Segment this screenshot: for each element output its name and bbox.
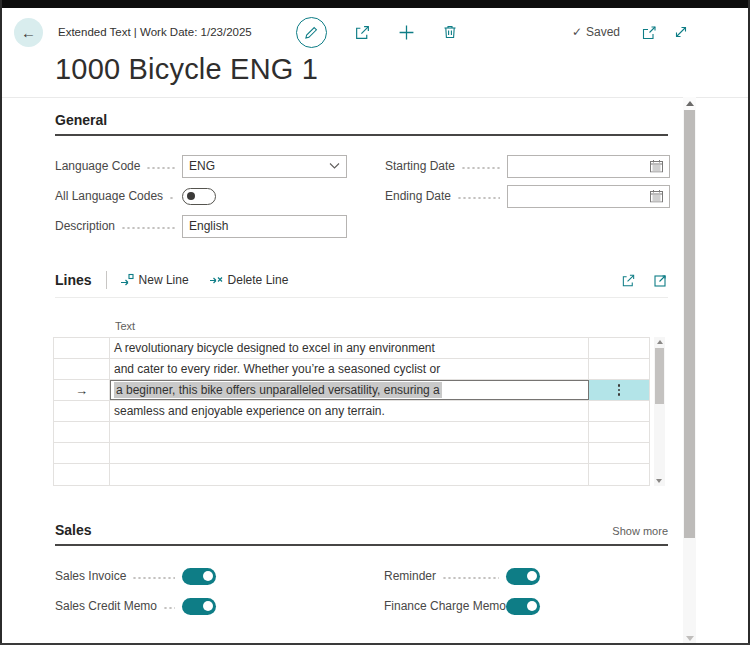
page-scroll-up-button[interactable] (683, 97, 696, 110)
general-section-title: General (55, 112, 107, 128)
lines-open-in-window-button[interactable] (653, 273, 668, 288)
dotted-leader (169, 193, 175, 203)
starting-date-input-wrap (507, 155, 670, 178)
language-code-combobox[interactable]: ENG (182, 155, 347, 178)
delete-line-label: Delete Line (228, 273, 289, 287)
page-scrollbar-thumb[interactable] (684, 110, 695, 538)
scroll-down-icon[interactable] (656, 479, 662, 483)
table-row[interactable] (54, 422, 649, 443)
text-cell[interactable]: and cater to every rider. Whether you’re… (110, 359, 589, 379)
window-frame-top (0, 0, 750, 8)
lines-toolbar: Lines New Line Delete Line (55, 268, 668, 292)
text-cell[interactable] (110, 422, 589, 442)
sales-section-title: Sales (55, 522, 92, 538)
page-content: General Language Code ENG (0, 97, 750, 643)
ending-date-input[interactable] (508, 186, 669, 207)
command-bar: ← Extended Text | Work Date: 1/23/2025 (0, 8, 750, 56)
ending-date-label-wrap: Ending Date (385, 189, 507, 203)
sales-credit-memo-toggle[interactable] (182, 598, 216, 615)
save-status: ✓ Saved (572, 25, 620, 39)
page-title: 1000 Bicycle ENG 1 (55, 53, 318, 86)
new-button[interactable] (398, 24, 415, 41)
ending-date-field: Ending Date (385, 181, 670, 211)
chevron-down-icon[interactable] (329, 163, 340, 170)
save-status-label: Saved (586, 25, 620, 39)
table-row[interactable]: A revolutionary bicycle designed to exce… (54, 338, 649, 359)
plus-icon (398, 24, 415, 41)
open-in-new-icon (653, 273, 668, 288)
show-more-link[interactable]: Show more (612, 525, 668, 537)
starting-date-input[interactable] (508, 156, 669, 177)
all-language-codes-field: All Language Codes (55, 181, 347, 211)
table-scrollbar[interactable] (654, 337, 665, 486)
sales-invoice-field: Sales Invoice (55, 561, 346, 591)
table-row[interactable] (54, 443, 649, 464)
new-line-icon (120, 273, 134, 287)
starting-date-label-wrap: Starting Date (385, 159, 507, 173)
expand-window-button[interactable] (674, 25, 688, 39)
reminder-toggle[interactable] (506, 568, 540, 585)
edit-mode-button[interactable] (296, 17, 327, 48)
description-input-wrap (182, 215, 347, 238)
dotted-leader (461, 163, 500, 173)
general-section-header[interactable]: General (55, 112, 668, 136)
finance-charge-memo-toggle[interactable] (506, 598, 540, 615)
text-cell[interactable] (110, 464, 589, 485)
scroll-up-icon[interactable] (657, 340, 663, 344)
new-line-button[interactable]: New Line (120, 273, 189, 287)
description-label: Description (55, 219, 115, 233)
table-row[interactable] (54, 464, 649, 485)
table-row[interactable]: and cater to every rider. Whether you’re… (54, 359, 649, 380)
lines-table: Text A revolutionary bicycle designed to… (53, 315, 665, 486)
sales-invoice-toggle[interactable] (182, 568, 216, 585)
table-scrollbar-thumb[interactable] (655, 348, 664, 404)
new-line-label: New Line (139, 273, 189, 287)
sales-credit-memo-field: Sales Credit Memo (55, 591, 346, 621)
dotted-leader (442, 573, 499, 583)
share-button[interactable] (354, 24, 371, 41)
row-indicator-cell (54, 443, 110, 463)
sales-credit-memo-label: Sales Credit Memo (55, 599, 157, 613)
page-scroll-down-icon[interactable] (686, 636, 694, 641)
lines-toolbar-right (621, 273, 668, 288)
all-language-codes-toggle[interactable] (182, 188, 216, 205)
dotted-leader (132, 573, 175, 583)
delete-line-button[interactable]: Delete Line (209, 273, 289, 287)
sales-fields-left: Sales Invoice Sales Credit Memo (55, 561, 346, 621)
delete-button[interactable] (442, 24, 458, 40)
popout-window-button[interactable] (642, 25, 657, 40)
table-row[interactable]: →a beginner, this bike offers unparallel… (54, 380, 649, 401)
column-header-text[interactable]: Text (53, 315, 665, 337)
general-fields-right: Starting Date Ending Date (385, 151, 670, 241)
calendar-icon[interactable] (650, 190, 663, 203)
row-indicator-cell (54, 401, 110, 421)
lines-share-button[interactable] (621, 273, 636, 288)
page-scrollbar[interactable] (683, 97, 696, 643)
text-cell[interactable] (110, 443, 589, 463)
window-controls (642, 25, 688, 40)
window-frame-left (0, 0, 2, 645)
text-cell[interactable]: seamless and enjoyable experience on any… (110, 401, 589, 421)
back-button[interactable]: ← (14, 18, 43, 47)
row-options-button[interactable] (589, 380, 649, 400)
delete-line-icon (209, 273, 223, 287)
sales-section: Sales Show more Sales Invoice Sales Cred… (55, 522, 668, 621)
reminder-label: Reminder (384, 569, 436, 583)
ellipsis-dot (618, 393, 621, 396)
calendar-icon[interactable] (650, 160, 663, 173)
text-cell[interactable]: A revolutionary bicycle designed to exce… (110, 338, 589, 358)
general-section: General Language Code ENG (55, 112, 668, 241)
text-cell[interactable]: a beginner, this bike offers unparallele… (110, 380, 589, 400)
sales-section-header[interactable]: Sales Show more (55, 522, 668, 546)
cell-text: and cater to every rider. Whether you’re… (114, 362, 440, 376)
toggle-knob (187, 192, 195, 200)
popout-icon (642, 25, 657, 40)
language-code-label: Language Code (55, 159, 140, 173)
finance-charge-memo-label-wrap: Finance Charge Memo (384, 599, 506, 613)
table-row[interactable]: seamless and enjoyable experience on any… (54, 401, 649, 422)
general-fields-left: Language Code ENG All Language Codes (55, 151, 347, 241)
check-icon: ✓ (572, 25, 582, 39)
share-icon (621, 273, 636, 288)
row-indicator-cell (54, 464, 110, 485)
description-input[interactable] (183, 216, 346, 237)
